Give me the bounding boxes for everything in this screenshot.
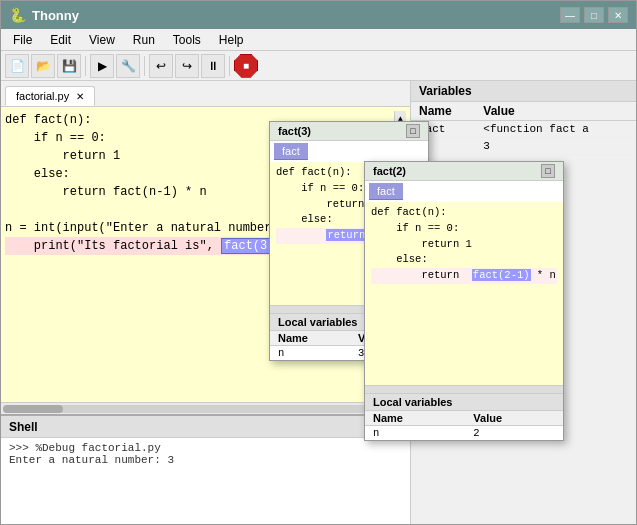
frame-fact2-locals-header: Name Value <box>365 411 563 426</box>
title-bar-controls: — □ ✕ <box>560 7 628 23</box>
open-file-button[interactable]: 📂 <box>31 54 55 78</box>
scroll-h-track <box>3 405 408 413</box>
run-button[interactable]: ▶ <box>90 54 114 78</box>
frame-fact3-tab[interactable]: fact <box>274 143 308 160</box>
app-title: Thonny <box>32 8 79 23</box>
frame-fact2-scrollbar[interactable] <box>365 385 563 393</box>
table-row: n 3 <box>411 138 636 155</box>
editor-tab-bar: factorial.py ✕ <box>1 81 410 107</box>
step-over-button[interactable]: ↩ <box>149 54 173 78</box>
frame-fact2-col-value: Value <box>465 411 563 426</box>
minimize-button[interactable]: — <box>560 7 580 23</box>
frame2-code-line-4: else: <box>371 252 557 268</box>
debug-button[interactable]: 🔧 <box>116 54 140 78</box>
frame-fact3-title: fact(3) □ <box>270 122 428 141</box>
shell-tab-bar: Shell <box>1 416 410 438</box>
step-into-button[interactable]: ↪ <box>175 54 199 78</box>
menu-bar: File Edit View Run Tools Help <box>1 29 636 51</box>
frame-fact2-col-name: Name <box>365 411 465 426</box>
variables-col-name: Name <box>411 102 475 121</box>
menu-file[interactable]: File <box>5 31 40 48</box>
scroll-h-thumb <box>3 405 63 413</box>
maximize-button[interactable]: □ <box>584 7 604 23</box>
frame-fact2-locals-title: Local variables <box>365 393 563 411</box>
frame2-code-line-1: def fact(n): <box>371 205 557 221</box>
frame2-code-line-2: if n == 0: <box>371 221 557 237</box>
var-value-1: <function fact a <box>475 121 636 138</box>
title-bar: 🐍 Thonny — □ ✕ <box>1 1 636 29</box>
table-row: n 2 <box>365 426 563 441</box>
frame-fact2-tab-area: fact <box>365 181 563 202</box>
menu-tools[interactable]: Tools <box>165 31 209 48</box>
menu-run[interactable]: Run <box>125 31 163 48</box>
frame-fact2-title: fact(2) □ <box>365 162 563 181</box>
frame2-code-line-3: return 1 <box>371 237 557 253</box>
variables-col-value: Value <box>475 102 636 121</box>
toolbar-separator-1 <box>85 56 86 76</box>
shell-label: Shell <box>9 420 38 434</box>
frame-fact2-var-n-name: n <box>365 426 465 441</box>
frame-fact3-var-n-name: n <box>270 346 350 361</box>
shell-line-2: Enter a natural number: 3 <box>9 454 402 466</box>
stop-button[interactable]: ■ <box>234 54 258 78</box>
editor-tab-factorial[interactable]: factorial.py ✕ <box>5 86 95 106</box>
title-bar-left: 🐍 Thonny <box>9 7 79 23</box>
main-window: 🐍 Thonny — □ ✕ File Edit View Run Tools … <box>0 0 637 525</box>
frame-fact3-col-name: Name <box>270 331 350 346</box>
variables-panel-title: Variables <box>411 81 636 102</box>
editor-tab-close[interactable]: ✕ <box>76 91 84 102</box>
shell-content[interactable]: >>> %Debug factorial.py Enter a natural … <box>1 438 410 470</box>
save-file-button[interactable]: 💾 <box>57 54 81 78</box>
frame-fact2-highlight: fact(2-1) <box>472 269 531 281</box>
menu-help[interactable]: Help <box>211 31 252 48</box>
shell-line-1: >>> %Debug factorial.py <box>9 442 402 454</box>
shell-area: Shell >>> %Debug factorial.py Enter a na… <box>1 414 410 524</box>
frame-fact2-tab[interactable]: fact <box>369 183 403 200</box>
frame-fact3-tab-area: fact <box>270 141 428 162</box>
menu-edit[interactable]: Edit <box>42 31 79 48</box>
variables-table: Name Value fact <function fact a n <box>411 102 636 155</box>
step-out-button[interactable]: ⏸ <box>201 54 225 78</box>
close-button[interactable]: ✕ <box>608 7 628 23</box>
frame-fact3-highlight: return <box>326 229 366 241</box>
editor-tab-label: factorial.py <box>16 90 69 102</box>
main-area: factorial.py ✕ def fact(n): if n == 0: r… <box>1 81 636 524</box>
frame-fact3-title-text: fact(3) <box>278 125 311 137</box>
menu-view[interactable]: View <box>81 31 123 48</box>
call-frame-fact2: fact(2) □ fact def fact(n): if n == 0: r… <box>364 161 564 441</box>
frame-fact2-locals-table: Name Value n 2 <box>365 411 563 440</box>
table-row: fact <function fact a <box>411 121 636 138</box>
frame-fact2-title-text: fact(2) <box>373 165 406 177</box>
frame-fact3-close-btn[interactable]: □ <box>406 124 420 138</box>
var-value-2: 3 <box>475 138 636 155</box>
frame2-code-line-5: return fact(2-1) * n <box>371 268 557 284</box>
toolbar: 📄 📂 💾 ▶ 🔧 ↩ ↪ ⏸ ■ <box>1 51 636 81</box>
frame-fact2-var-n-value: 2 <box>465 426 563 441</box>
toolbar-separator-2 <box>144 56 145 76</box>
frame-fact2-code: def fact(n): if n == 0: return 1 else: r… <box>365 202 563 385</box>
new-file-button[interactable]: 📄 <box>5 54 29 78</box>
toolbar-separator-3 <box>229 56 230 76</box>
app-icon: 🐍 <box>9 7 26 23</box>
variables-header-row: Name Value <box>411 102 636 121</box>
editor-hscrollbar[interactable] <box>1 402 410 414</box>
frame-fact2-close-btn[interactable]: □ <box>541 164 555 178</box>
